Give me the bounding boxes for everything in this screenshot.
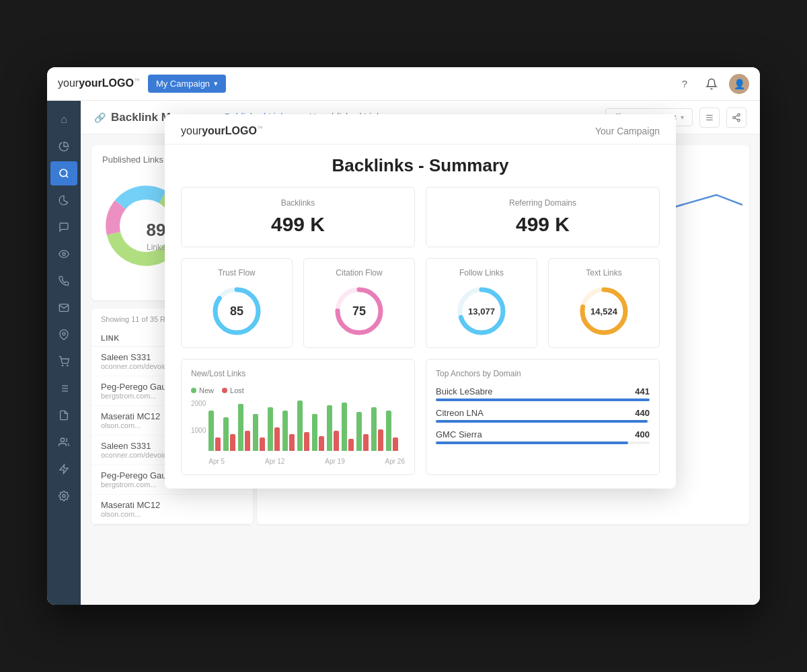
main-layout: ⌂ [47,101,760,605]
app-logo: youryourLOGO™ [58,77,140,89]
sidebar-item-plugin[interactable] [50,457,77,481]
citation-flow-value: 75 [352,304,366,319]
bar-lost [304,432,309,451]
sidebar-item-users[interactable] [50,430,77,454]
bar-group [297,401,309,451]
bar-group [208,411,221,451]
bar-chart [208,400,405,454]
top-bar-right: ? 👤 [675,74,749,94]
anchors-label: Top Anchors by Domain [436,369,650,378]
anchor-item-buick: Buick LeSabre 441 [436,386,650,401]
bar-lost [378,429,383,451]
sidebar-item-list[interactable] [50,376,77,401]
trust-flow-label: Trust Flow [191,268,282,278]
text-links-label: Text Links [558,268,650,278]
user-avatar[interactable]: 👤 [729,74,749,94]
modal-body: Backlinks 499 K Referring Domains 499 K [165,187,676,489]
sidebar-item-eye[interactable] [50,242,77,266]
backlinks-value: 499 K [192,213,404,236]
top-anchors-panel: Top Anchors by Domain Buick LeSabre 441 [426,359,660,475]
new-lost-links-panel: New/Lost Links New Lost [181,359,415,475]
bar-new [371,407,377,451]
sidebar-item-cart[interactable] [50,349,77,374]
bar-lost [230,434,235,451]
bar-lost [393,437,398,451]
sidebar-item-location[interactable] [50,323,77,347]
referring-label: Referring Domains [437,198,648,208]
bar-new [238,404,243,451]
anchor-item-citreon: Citreon LNA 440 [436,408,650,423]
bar-lost [289,434,295,451]
content-area: 🔗 Backlink Manager Published Links Unpub… [81,101,760,605]
sidebar-item-mail[interactable] [50,296,77,320]
bar-group [342,403,354,451]
bar-lost [319,436,324,451]
svg-point-11 [61,438,64,442]
bar-group [371,407,383,451]
svg-point-1 [63,253,65,255]
anchor-item-gmc: GMC Sierra 400 [436,429,650,444]
svg-point-12 [63,495,65,497]
sidebar: ⌂ [47,101,81,605]
citation-flow-gauge: 75 [332,284,386,338]
bar-new [342,403,347,451]
svg-point-3 [62,365,63,366]
bar-group [312,414,324,451]
bar-lost [274,427,280,451]
follow-links-gauge: 13,077 [455,284,508,338]
sidebar-item-phone[interactable] [50,269,77,293]
bar-new [386,411,391,451]
bar-new [282,411,288,451]
bar-group [238,404,250,451]
sidebar-item-search[interactable] [50,161,77,185]
bar-lost [245,431,250,451]
bar-group [327,405,339,451]
bar-new [208,411,214,451]
modal-title: Backlinks - Summary [165,144,676,187]
bar-lost [334,431,339,451]
text-links-card: Text Links 14,524 [548,258,660,348]
bar-group [253,414,265,451]
bar-group [268,407,280,451]
citation-flow-label: Citation Flow [313,268,405,278]
campaign-button[interactable]: My Campaign [148,75,226,93]
sidebar-item-pie[interactable] [50,188,77,212]
modal-campaign-label: Your Campaign [595,126,660,136]
bar-lost [348,439,354,451]
browser-frame: youryourLOGO™ My Campaign ? 👤 ⌂ [47,67,760,605]
modal-overlay: youryourLOGO™ Your Campaign Backlinks - … [81,101,760,605]
bar-new [327,405,332,451]
bar-group [386,411,398,451]
top-bar: youryourLOGO™ My Campaign ? 👤 [47,67,760,101]
bar-new [268,407,273,451]
sidebar-item-chat[interactable] [50,215,77,239]
backlinks-label: Backlinks [192,198,404,208]
modal-header: youryourLOGO™ Your Campaign [165,114,676,144]
legend-new: New [191,386,214,394]
svg-point-4 [67,365,68,366]
gauges-row: Trust Flow 85 [181,258,660,348]
backlinks-card: Backlinks 499 K [181,187,415,247]
follow-links-label: Follow Links [436,268,527,278]
chart-legend: New Lost [191,386,405,394]
y-axis-labels: 2000 1000 [191,400,206,454]
notifications-button[interactable] [702,75,721,93]
bar-group [356,412,369,451]
bar-chart-wrapper: 2000 1000 Apr 5 [191,400,405,465]
bar-group [282,411,295,451]
metrics-row: Backlinks 499 K Referring Domains 499 K [181,187,660,247]
trust-flow-card: Trust Flow 85 [181,258,293,348]
referring-value: 499 K [437,213,648,236]
sidebar-item-settings[interactable] [50,484,77,508]
help-button[interactable]: ? [675,75,694,93]
sidebar-item-doc[interactable] [50,403,77,427]
follow-links-card: Follow Links 13,077 [426,258,537,348]
bar-lost [363,434,369,451]
text-links-value: 14,524 [590,306,617,317]
bar-new [356,412,362,451]
legend-dot-lost [222,388,227,393]
trust-flow-value: 85 [230,304,243,319]
sidebar-item-analytics[interactable] [50,134,77,159]
bottom-row: New/Lost Links New Lost [181,359,660,475]
sidebar-item-home[interactable]: ⌂ [50,108,77,132]
